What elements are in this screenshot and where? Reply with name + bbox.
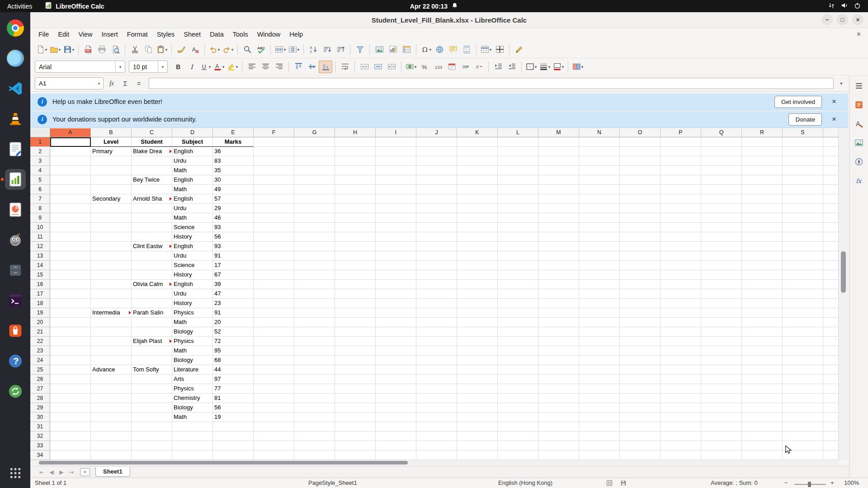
cell-C9[interactable] (132, 213, 172, 223)
align-bottom-button[interactable] (319, 61, 332, 73)
cell-H1[interactable] (335, 137, 376, 147)
cell-J32[interactable] (416, 432, 457, 441)
cell-D34[interactable] (172, 450, 213, 460)
menu-window[interactable]: Window (253, 29, 285, 39)
spelling-button[interactable]: ABC (254, 43, 268, 56)
cell-H20[interactable] (335, 318, 376, 327)
cell-F12[interactable] (254, 242, 294, 251)
cell-J20[interactable] (416, 318, 457, 327)
dock-vscode[interactable] (5, 78, 26, 99)
font-size-combobox[interactable]: 10 pt▾ (129, 61, 168, 73)
cell-A22[interactable] (50, 337, 91, 346)
cell-H4[interactable] (335, 166, 376, 175)
function-wizard-button[interactable]: fx (106, 78, 117, 89)
cell-C23[interactable] (132, 346, 172, 356)
highlighting-color-button[interactable]: ▾ (226, 61, 239, 73)
column-dropdown-arrow[interactable]: ▾ (297, 47, 300, 52)
cell-I16[interactable] (376, 280, 416, 289)
cell-C3[interactable] (132, 156, 172, 166)
text-language-label[interactable]: English (Hong Kong) (498, 479, 552, 486)
cell-C32[interactable] (132, 432, 172, 441)
cell-S34[interactable] (783, 450, 823, 460)
cell-S8[interactable] (783, 204, 823, 213)
cell-J29[interactable] (416, 403, 457, 413)
menu-insert[interactable]: Insert (97, 29, 123, 39)
cell-J27[interactable] (416, 384, 457, 394)
cell-H30[interactable] (335, 413, 376, 422)
column-header-R[interactable]: R (742, 128, 783, 137)
cell-G13[interactable] (294, 251, 335, 261)
border-style-button[interactable]: ▾ (538, 61, 552, 73)
cell-Q18[interactable] (701, 299, 742, 308)
vertical-scrollbar-thumb[interactable] (841, 251, 846, 293)
cell-B19[interactable]: Intermedia (91, 308, 132, 318)
column-header-N[interactable]: N (579, 128, 620, 137)
cell-L29[interactable] (498, 403, 538, 413)
cell-K20[interactable] (457, 318, 498, 327)
cell-B28[interactable] (91, 394, 132, 403)
cell-S19[interactable] (783, 308, 823, 318)
row-header-27[interactable]: 27 (30, 384, 50, 394)
cell-D4[interactable]: Math (172, 166, 213, 175)
cell-S32[interactable] (783, 432, 823, 441)
cell-O13[interactable] (620, 251, 660, 261)
cell-M18[interactable] (538, 299, 579, 308)
cell-J22[interactable] (416, 337, 457, 346)
cell-G21[interactable] (294, 327, 335, 337)
name-box-dropdown-arrow[interactable]: ▾ (95, 78, 103, 89)
cell-E5[interactable]: 30 (213, 175, 254, 185)
cell-R16[interactable] (742, 280, 783, 289)
cell-I15[interactable] (376, 270, 416, 280)
cell-O14[interactable] (620, 261, 660, 270)
cell-L12[interactable] (498, 242, 538, 251)
font-color-button[interactable]: A▾ (212, 61, 226, 73)
cell-N22[interactable] (579, 337, 620, 346)
cell-P31[interactable] (660, 422, 701, 432)
cell-E25[interactable]: 44 (213, 365, 254, 375)
cell-J7[interactable] (416, 194, 457, 204)
row-header-11[interactable]: 11 (30, 232, 50, 242)
next-sheet-button[interactable]: ▶ (57, 469, 66, 475)
cell-J4[interactable] (416, 166, 457, 175)
cell-O11[interactable] (620, 232, 660, 242)
cell-S18[interactable] (783, 299, 823, 308)
cell-H23[interactable] (335, 346, 376, 356)
cell-S31[interactable] (783, 422, 823, 432)
cell-S20[interactable] (783, 318, 823, 327)
cell-S1[interactable] (783, 137, 823, 147)
cell-N30[interactable] (579, 413, 620, 422)
cell-N26[interactable] (579, 375, 620, 384)
cell-J18[interactable] (416, 299, 457, 308)
cell-K1[interactable] (457, 137, 498, 147)
cell-G33[interactable] (294, 441, 335, 450)
cell-B6[interactable] (91, 185, 132, 194)
cell-Q24[interactable] (701, 356, 742, 365)
cell-C34[interactable] (132, 450, 172, 460)
cell-S14[interactable] (783, 261, 823, 270)
cell-E23[interactable]: 95 (213, 346, 254, 356)
cell-J8[interactable] (416, 204, 457, 213)
cell-D27[interactable]: Physics (172, 384, 213, 394)
cell-K26[interactable] (457, 375, 498, 384)
cell-K18[interactable] (457, 299, 498, 308)
cell-O32[interactable] (620, 432, 660, 441)
cell-R15[interactable] (742, 270, 783, 280)
cell-Q16[interactable] (701, 280, 742, 289)
cell-G24[interactable] (294, 356, 335, 365)
menu-view[interactable]: View (74, 29, 97, 39)
cell-G23[interactable] (294, 346, 335, 356)
cell-A10[interactable] (50, 223, 91, 232)
cell-R9[interactable] (742, 213, 783, 223)
cell-L17[interactable] (498, 289, 538, 299)
cell-L19[interactable] (498, 308, 538, 318)
cell-P29[interactable] (660, 403, 701, 413)
cell-M28[interactable] (538, 394, 579, 403)
insert-image-button[interactable] (373, 43, 386, 56)
headers-and-footers-button[interactable] (460, 43, 473, 56)
cell-O23[interactable] (620, 346, 660, 356)
cell-L7[interactable] (498, 194, 538, 204)
cell-J2[interactable] (416, 147, 457, 156)
cell-M25[interactable] (538, 365, 579, 375)
cell-Q23[interactable] (701, 346, 742, 356)
first-sheet-button[interactable]: ⇤ (37, 469, 47, 475)
